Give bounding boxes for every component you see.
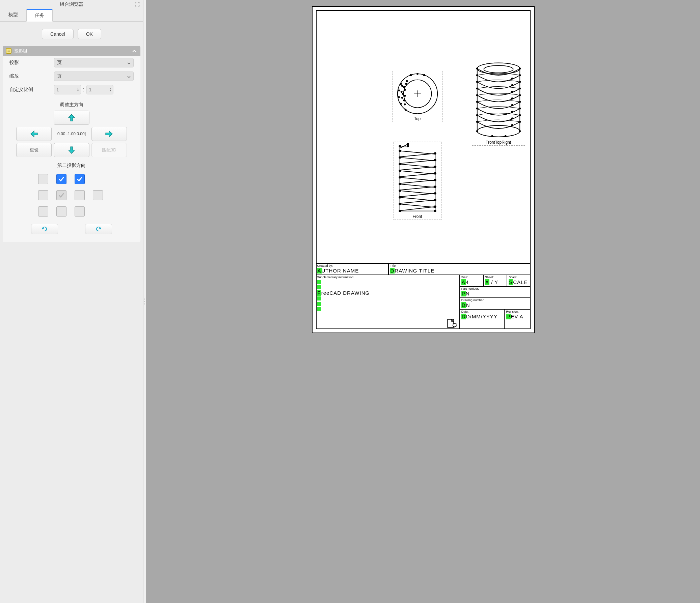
svg-point-74 xyxy=(511,91,513,93)
svg-point-12 xyxy=(403,100,405,102)
date-value: DD/MM/YYYY xyxy=(461,314,498,319)
projection-group-icon: ▭ xyxy=(6,48,11,54)
projection-check-0-2[interactable] xyxy=(75,174,85,184)
rev-value: REV A xyxy=(506,314,523,319)
chevron-down-icon xyxy=(127,74,131,79)
info-square xyxy=(317,280,321,284)
dir-up-button[interactable] xyxy=(54,111,89,125)
scale-tb-label: Scale: xyxy=(509,276,529,279)
rev-label: Revision: xyxy=(506,310,529,314)
dir-right-button[interactable] xyxy=(92,127,127,141)
task-body: Cancel OK ▭ 投影组 投影 页 缩放 页 xyxy=(0,22,143,603)
svg-point-68 xyxy=(476,121,478,123)
custom-scale-numerator[interactable]: 1 ▴▾ xyxy=(54,85,81,95)
projection-check-2-0[interactable] xyxy=(38,206,48,216)
dir-left-button[interactable] xyxy=(16,127,52,141)
cancel-button[interactable]: Cancel xyxy=(42,29,74,39)
tabs: 模型 任务 xyxy=(0,9,143,22)
projection-check-1-0[interactable] xyxy=(38,190,48,200)
svg-point-8 xyxy=(400,103,402,105)
svg-point-61 xyxy=(519,94,521,96)
tab-model[interactable]: 模型 xyxy=(0,9,26,21)
projection-row: 投影 页 xyxy=(3,56,141,70)
view-top[interactable]: Top xyxy=(393,71,443,122)
dn-value: DN xyxy=(461,302,470,308)
svg-point-5 xyxy=(400,83,402,85)
created-by-label: Created by: xyxy=(317,264,387,268)
svg-point-81 xyxy=(491,135,493,137)
supp-label: Supplementary information: xyxy=(317,276,458,279)
projection-check-0-0[interactable] xyxy=(38,174,48,184)
svg-point-6 xyxy=(398,89,400,91)
svg-point-35 xyxy=(399,176,401,179)
projection-check-2-2[interactable] xyxy=(75,206,85,216)
projection-check-2-1[interactable] xyxy=(56,206,67,216)
svg-point-54 xyxy=(476,74,478,76)
svg-point-14 xyxy=(401,85,403,87)
scale-value: 页 xyxy=(57,73,62,79)
title-label: Title: xyxy=(390,264,529,268)
svg-point-62 xyxy=(476,101,478,103)
svg-point-41 xyxy=(399,196,401,199)
svg-point-40 xyxy=(434,192,436,194)
dialog-buttons: Cancel OK xyxy=(3,24,141,44)
projection-check-1-1[interactable] xyxy=(56,190,67,200)
view-fronttopright[interactable]: FrontTopRight xyxy=(472,61,525,146)
spinner-arrows[interactable]: ▴▾ xyxy=(110,88,111,92)
view-ftr-label: FrontTopRight xyxy=(472,140,525,145)
svg-point-15 xyxy=(400,91,402,93)
scale-tb-value: SCALE xyxy=(509,279,527,285)
svg-point-11 xyxy=(402,93,404,95)
chevron-up-icon xyxy=(132,49,136,54)
drawing-page[interactable]: Top xyxy=(312,6,534,333)
reset-button[interactable]: 重设 xyxy=(16,143,52,157)
expand-icon[interactable] xyxy=(135,2,140,7)
svg-point-4 xyxy=(410,74,412,76)
resize-handle[interactable] xyxy=(144,0,146,603)
projection-select[interactable]: 页 xyxy=(54,58,134,68)
spinner-arrows[interactable]: ▴▾ xyxy=(77,88,79,92)
rotate-ccw-button[interactable] xyxy=(31,224,58,234)
section-title: 投影组 xyxy=(14,48,27,54)
svg-point-7 xyxy=(398,96,400,98)
svg-point-29 xyxy=(399,156,401,158)
svg-point-52 xyxy=(476,68,478,70)
svg-point-9 xyxy=(404,109,406,111)
drawing-canvas[interactable]: Top xyxy=(146,0,700,603)
combo-browser-panel: 组合浏览器 模型 任务 Cancel OK ▭ 投影组 投影 页 xyxy=(0,0,144,603)
match-3d-button[interactable]: 匹配3D xyxy=(92,143,127,157)
ok-button[interactable]: OK xyxy=(78,29,101,39)
svg-point-20 xyxy=(404,95,406,97)
gear-doc-icon xyxy=(447,319,457,328)
scale-select[interactable]: 页 xyxy=(54,72,134,81)
svg-point-66 xyxy=(476,114,478,116)
svg-point-36 xyxy=(434,179,436,181)
svg-point-70 xyxy=(476,130,478,132)
svg-point-3 xyxy=(423,74,425,76)
svg-point-27 xyxy=(399,150,401,152)
projection-check-1-3[interactable] xyxy=(93,190,103,200)
info-square xyxy=(317,307,321,311)
svg-point-64 xyxy=(476,108,478,110)
svg-point-69 xyxy=(519,121,521,123)
part-value: PN xyxy=(461,291,470,296)
rotate-cw-button[interactable] xyxy=(85,224,112,234)
svg-point-57 xyxy=(519,81,521,83)
secondary-projection-label: 第二投影方向 xyxy=(3,157,141,171)
dir-down-button[interactable] xyxy=(54,143,89,157)
created-by-value: AUTHOR NAME xyxy=(317,268,359,273)
custom-scale-denominator[interactable]: 1 ▴▾ xyxy=(86,85,114,95)
svg-point-79 xyxy=(511,124,513,126)
tab-task[interactable]: 任务 xyxy=(26,9,53,22)
section-header[interactable]: ▭ 投影组 xyxy=(3,46,141,56)
projection-check-1-2[interactable] xyxy=(75,190,85,200)
projection-label: 投影 xyxy=(9,60,50,66)
custom-scale-label: 自定义比例 xyxy=(9,87,50,93)
title-block: Created by: AUTHOR NAME Title: DRAWING T… xyxy=(316,263,530,329)
svg-point-32 xyxy=(434,165,436,168)
view-front[interactable]: Front xyxy=(394,142,442,220)
part-label: Part number: xyxy=(461,287,529,291)
svg-point-31 xyxy=(399,163,401,165)
svg-point-72 xyxy=(511,78,513,80)
projection-check-0-1[interactable] xyxy=(56,174,67,184)
